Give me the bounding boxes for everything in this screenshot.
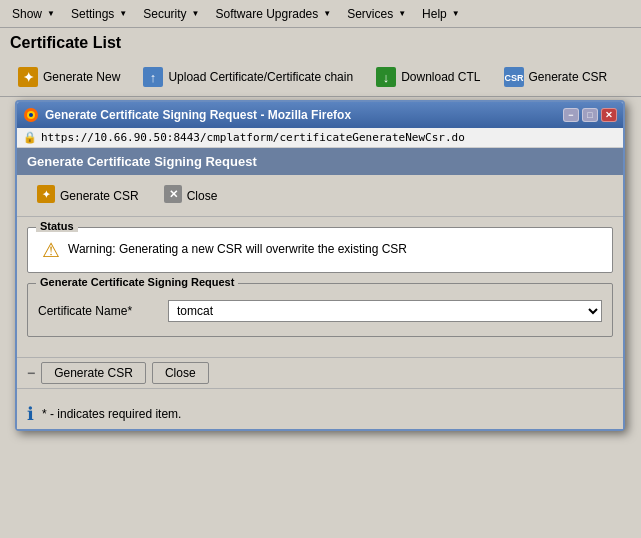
svg-text:CSR: CSR: [504, 73, 524, 83]
upload-certificate-button[interactable]: ↑ Upload Certificate/Certificate chain: [135, 62, 360, 92]
menu-help-arrow: ▼: [452, 9, 460, 18]
upload-certificate-icon: ↑: [142, 66, 164, 88]
info-row: ℹ * - indicates required item.: [17, 399, 623, 429]
menu-settings[interactable]: Settings ▼: [63, 3, 135, 25]
svg-text:✦: ✦: [23, 70, 34, 85]
modal-title-left: Generate Certificate Signing Request - M…: [23, 107, 351, 123]
warning-icon: ⚠: [42, 240, 60, 260]
modal-close-button[interactable]: ✕: [601, 108, 617, 122]
certificate-name-row: Certificate Name* tomcat CallManager ips…: [38, 296, 602, 326]
modal-title-buttons: − □ ✕: [563, 108, 617, 122]
menu-show[interactable]: Show ▼: [4, 3, 63, 25]
minus-separator: −: [27, 365, 35, 381]
modal-close-icon: ✕: [163, 184, 183, 207]
page-title: Certificate List: [0, 28, 641, 58]
lock-icon: 🔒: [23, 131, 37, 144]
status-legend: Status: [36, 220, 78, 232]
svg-text:↓: ↓: [383, 70, 390, 85]
form-group: Generate Certificate Signing Request Cer…: [27, 283, 613, 337]
bottom-close-button[interactable]: Close: [152, 362, 209, 384]
modal-toolbar: ✦ Generate CSR ✕ Close: [17, 175, 623, 217]
info-icon: ℹ: [27, 403, 34, 425]
form-legend: Generate Certificate Signing Request: [36, 276, 238, 288]
menu-services[interactable]: Services ▼: [339, 3, 414, 25]
modal-window: Generate Certificate Signing Request - M…: [15, 100, 625, 431]
menu-help[interactable]: Help ▼: [414, 3, 468, 25]
bottom-buttons-area: − Generate CSR Close: [17, 357, 623, 389]
menu-security[interactable]: Security ▼: [135, 3, 207, 25]
download-ctl-icon: ↓: [375, 66, 397, 88]
modal-body: Status ⚠ Warning: Generating a new CSR w…: [17, 217, 623, 357]
svg-text:✕: ✕: [168, 188, 177, 200]
menu-bar: Show ▼ Settings ▼ Security ▼ Software Up…: [0, 0, 641, 28]
status-warning: ⚠ Warning: Generating a new CSR will ove…: [38, 236, 602, 264]
address-bar: 🔒 https://10.66.90.50:8443/cmplatform/ce…: [17, 128, 623, 148]
menu-settings-arrow: ▼: [119, 9, 127, 18]
menu-software-upgrades[interactable]: Software Upgrades ▼: [208, 3, 340, 25]
generate-new-icon: ✦: [17, 66, 39, 88]
modal-maximize-button[interactable]: □: [582, 108, 598, 122]
menu-security-arrow: ▼: [192, 9, 200, 18]
info-text: * - indicates required item.: [42, 407, 181, 421]
modal-close-toolbar-button[interactable]: ✕ Close: [154, 181, 227, 210]
firefox-icon: [23, 107, 39, 123]
bottom-generate-csr-button[interactable]: Generate CSR: [41, 362, 146, 384]
warning-message: Warning: Generating a new CSR will overw…: [68, 240, 407, 256]
modal-header: Generate Certificate Signing Request: [17, 148, 623, 175]
svg-point-10: [29, 113, 33, 117]
modal-generate-csr-button[interactable]: ✦ Generate CSR: [27, 181, 148, 210]
address-url[interactable]: https://10.66.90.50:8443/cmplatform/cert…: [41, 131, 465, 144]
download-ctl-button[interactable]: ↓ Download CTL: [368, 62, 487, 92]
generate-csr-toolbar-button[interactable]: CSR Generate CSR: [496, 62, 615, 92]
modal-titlebar: Generate Certificate Signing Request - M…: [17, 102, 623, 128]
main-toolbar: ✦ Generate New ↑ Upload Certificate/Cert…: [0, 58, 641, 97]
menu-show-arrow: ▼: [47, 9, 55, 18]
generate-csr-icon: CSR: [503, 66, 525, 88]
status-group: Status ⚠ Warning: Generating a new CSR w…: [27, 227, 613, 273]
svg-text:↑: ↑: [150, 70, 157, 85]
modal-content: Generate Certificate Signing Request ✦ G…: [17, 148, 623, 429]
generate-new-button[interactable]: ✦ Generate New: [10, 62, 127, 92]
svg-text:✦: ✦: [42, 189, 51, 200]
modal-minimize-button[interactable]: −: [563, 108, 579, 122]
menu-software-upgrades-arrow: ▼: [323, 9, 331, 18]
menu-services-arrow: ▼: [398, 9, 406, 18]
modal-csr-icon: ✦: [36, 184, 56, 207]
certificate-name-label: Certificate Name*: [38, 304, 158, 318]
certificate-name-select[interactable]: tomcat CallManager ipsec CAPF TVS: [168, 300, 602, 322]
